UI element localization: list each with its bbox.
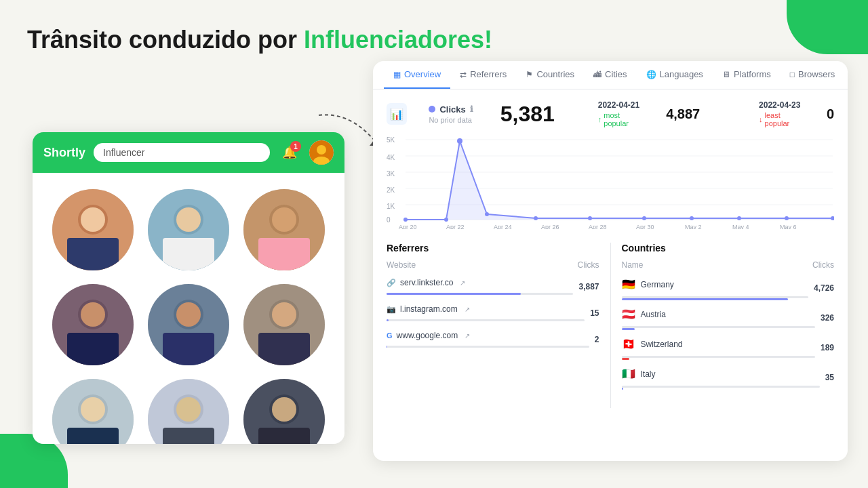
referrer-row-1-left: 🔗 serv.linkster.co ↗ [387, 278, 573, 295]
svg-text:Apr 20: Apr 20 [399, 224, 417, 229]
most-popular-block: 2022-04-21 ↑ most popular [598, 100, 644, 127]
profile-item-5[interactable] [147, 284, 229, 365]
tab-countries[interactable]: ⚑ Countries [516, 61, 584, 89]
svg-point-7 [81, 207, 105, 232]
profile-item-7[interactable] [52, 379, 134, 444]
tab-referrers[interactable]: ⇄ Referrers [450, 61, 516, 89]
svg-point-70 [785, 216, 789, 220]
referrers-col-clicks: Clicks [578, 260, 599, 270]
svg-text:2K: 2K [387, 186, 395, 194]
tab-languages[interactable]: 🌐 Languages [637, 61, 713, 89]
most-popular-date: 2022-04-21 [598, 100, 644, 110]
austria-bar [622, 328, 635, 330]
profile-item-1[interactable] [52, 189, 134, 270]
profile-item-9[interactable] [243, 379, 326, 444]
country-row-italy: 🇮🇹 Italy 35 [622, 367, 835, 388]
linkster-icon: 🔗 [387, 279, 396, 287]
austria-bar-container [622, 326, 815, 328]
platforms-icon: 🖥 [722, 70, 730, 79]
austria-flag: 🇦🇹 [622, 308, 635, 321]
svg-point-65 [534, 216, 538, 220]
switzerland-clicks: 189 [821, 343, 834, 352]
svg-point-64 [485, 212, 489, 216]
referrer-1-name: serv.linkster.co [400, 278, 453, 287]
tab-languages-label: Languages [660, 69, 703, 79]
tab-overview-label: Overview [404, 69, 441, 79]
profile-grid [33, 173, 344, 444]
svg-rect-48 [258, 428, 310, 444]
countries-col-name: Name [622, 260, 644, 270]
referrer-1-bar [387, 293, 521, 295]
svg-text:1K: 1K [387, 203, 395, 210]
profile-img-6 [243, 284, 325, 365]
switzerland-bar [622, 358, 629, 360]
tab-platforms[interactable]: 🖥 Platforms [713, 61, 781, 89]
referrer-1-bar-container [387, 293, 573, 295]
referrers-section: Referrers Website Clicks 🔗 serv.linkster… [387, 243, 610, 408]
notification-button[interactable]: 🔔 1 [278, 141, 301, 164]
tab-browsers[interactable]: □ Browsers [781, 61, 844, 89]
countries-title: Countries [622, 243, 835, 253]
clicks-text: Clicks [439, 104, 465, 115]
svg-rect-33 [258, 333, 310, 365]
svg-text:Apr 30: Apr 30 [636, 224, 654, 229]
profile-item-4[interactable] [52, 284, 134, 365]
referrer-2-clicks: 15 [590, 308, 599, 318]
svg-point-61 [403, 218, 408, 222]
profile-img-1 [52, 189, 134, 270]
italy-left: 🇮🇹 Italy [622, 367, 820, 388]
referrers-col-website: Website [387, 260, 416, 270]
svg-rect-43 [163, 428, 214, 444]
profile-img-3 [243, 189, 325, 270]
profile-item-8[interactable] [147, 379, 229, 444]
germany-bar-container [622, 296, 808, 298]
least-popular-label: ↓ least popular [759, 111, 805, 127]
tab-overview[interactable]: ▦ Overview [384, 61, 450, 89]
referrer-3-bar-container [387, 346, 589, 348]
clicks-label: Clicks ℹ [429, 104, 473, 115]
austria-name: Austria [641, 310, 666, 319]
headline-highlight: Influenciadores! [304, 26, 492, 54]
svg-text:May 4: May 4 [732, 224, 749, 229]
svg-text:Apr 26: Apr 26 [541, 224, 559, 229]
svg-point-17 [272, 207, 296, 232]
profile-img-9 [243, 379, 325, 444]
avatar-icon [309, 140, 334, 165]
profile-item-2[interactable] [147, 189, 229, 270]
switzerland-flag: 🇨🇭 [622, 338, 635, 350]
clicks-label-area: Clicks ℹ No prior data [429, 104, 473, 124]
referrers-header: Website Clicks [387, 260, 599, 272]
external-link-icon-3: ↗ [465, 332, 470, 340]
overview-icon: ▦ [393, 70, 401, 79]
languages-icon: 🌐 [646, 70, 656, 79]
google-icon: G [387, 331, 393, 340]
countries-col-clicks: Clicks [812, 260, 834, 270]
svg-rect-13 [163, 238, 214, 270]
bg-decor-top-right [787, 0, 868, 54]
tabs-bar: ▦ Overview ⇄ Referrers ⚑ Countries 🏙 Cit… [373, 61, 848, 89]
external-link-icon-2: ↗ [465, 306, 470, 313]
tab-cities[interactable]: 🏙 Cities [584, 61, 637, 89]
referrer-row-2-left: 📷 l.instagram.com ↗ [387, 304, 585, 321]
svg-point-69 [737, 216, 741, 220]
user-avatar[interactable] [309, 140, 334, 165]
svg-text:May 2: May 2 [685, 224, 702, 229]
referrer-3-clicks: 2 [595, 335, 599, 344]
svg-rect-18 [258, 238, 310, 270]
shortly-search-input[interactable] [94, 143, 270, 162]
profile-item-3[interactable] [243, 189, 326, 270]
countries-section: Countries Name Clicks 🇩🇪 Germany [610, 243, 835, 408]
svg-text:4K: 4K [387, 154, 395, 161]
svg-rect-38 [67, 428, 119, 444]
down-arrow-icon: ↓ [759, 115, 763, 123]
svg-text:Apr 24: Apr 24 [494, 224, 512, 229]
svg-point-62 [444, 218, 448, 222]
referrer-2-name: l.instagram.com [400, 304, 458, 314]
countries-icon: ⚑ [526, 70, 533, 79]
tab-devices[interactable]: 📱 Devices [844, 61, 848, 89]
svg-text:Apr 22: Apr 22 [446, 224, 465, 229]
profile-item-6[interactable] [243, 284, 326, 365]
profile-img-8 [148, 379, 229, 444]
tab-cities-label: Cities [605, 69, 627, 79]
svg-rect-8 [67, 238, 119, 270]
